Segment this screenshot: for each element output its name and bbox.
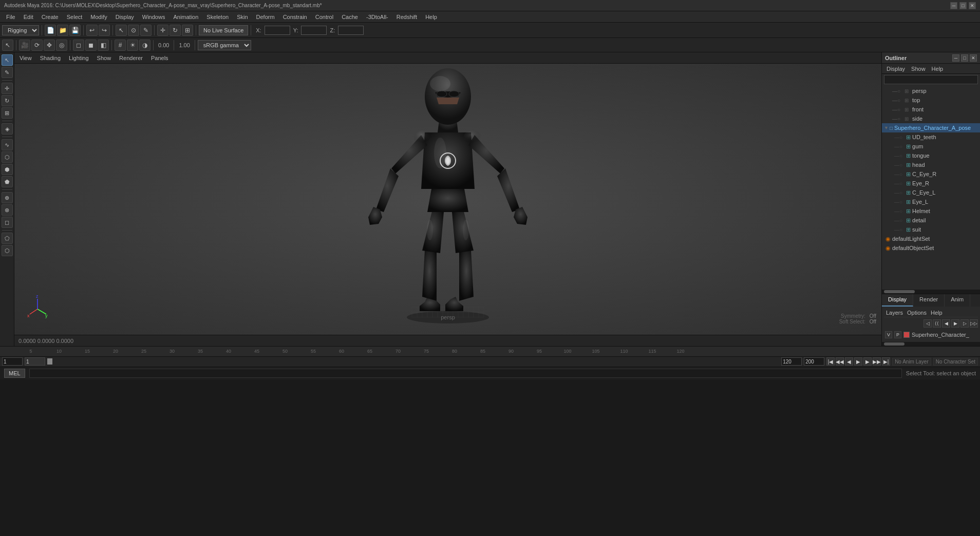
outliner-display-menu[interactable]: Display	[884, 65, 908, 73]
light-btn[interactable]: ☀	[127, 40, 138, 51]
layer-color-swatch[interactable]	[903, 332, 910, 338]
tree-item-detail[interactable]: —○ ⊞ detail	[882, 216, 980, 225]
menu-3dtoall[interactable]: -3DtoAll-	[362, 13, 392, 21]
tree-item-default-object-set[interactable]: ◉ defaultObjectSet	[882, 243, 980, 253]
menu-constrain[interactable]: Constrain	[279, 13, 311, 21]
paint-select-btn[interactable]: ✎	[2, 67, 13, 78]
vp-menu-show[interactable]: Show	[94, 54, 115, 62]
menu-redshift[interactable]: Redshift	[392, 13, 421, 21]
layers-tool-1[interactable]: ◁	[924, 319, 932, 328]
tree-item-c-eye-l[interactable]: —○ ⊞ C_Eye_L	[882, 188, 980, 197]
undo-btn[interactable]: ↩	[86, 25, 98, 36]
menu-file[interactable]: File	[2, 13, 20, 21]
ik-btn[interactable]: ⊗	[2, 204, 13, 216]
vp-menu-renderer[interactable]: Renderer	[116, 54, 146, 62]
tree-item-side[interactable]: —○ ⊞ side	[882, 114, 980, 123]
menu-display[interactable]: Display	[111, 13, 138, 21]
move-left-btn[interactable]: ✛	[2, 83, 13, 94]
next-key-btn[interactable]: ▶▶	[873, 357, 881, 366]
deform-btn[interactable]: ⬠	[2, 233, 13, 244]
layers-tool-2[interactable]: ⟨⟨	[933, 319, 941, 328]
outliner-search-input[interactable]	[884, 75, 978, 84]
sculpt-btn[interactable]: ⬟	[2, 176, 13, 187]
menu-create[interactable]: Create	[37, 13, 63, 21]
vp-menu-view[interactable]: View	[16, 54, 35, 62]
select-tool-btn[interactable]: ↖	[2, 40, 13, 51]
tree-item-eye-l[interactable]: —○ ⊞ Eye_L	[882, 197, 980, 206]
tree-item-suit[interactable]: —○ ⊞ suit	[882, 225, 980, 234]
current-frame-input[interactable]	[25, 357, 45, 366]
outliner-close-btn[interactable]: ✕	[970, 54, 977, 62]
tab-render[interactable]: Render	[913, 294, 945, 307]
layers-tool-5[interactable]: ▷	[960, 319, 969, 328]
menu-windows[interactable]: Windows	[138, 13, 169, 21]
tree-item-persp[interactable]: —○ ⊞ persp	[882, 86, 980, 95]
range-end-input[interactable]	[804, 357, 824, 366]
viewport-canvas[interactable]: x y z persp Symmetry: Off Soft Select: O…	[14, 64, 881, 335]
menu-control[interactable]: Control	[311, 13, 337, 21]
wire-btn[interactable]: ◻	[73, 40, 84, 51]
layers-tool-3[interactable]: ◀	[942, 319, 950, 328]
scale-left-btn[interactable]: ⊞	[2, 107, 13, 119]
new-scene-btn[interactable]: 📄	[45, 25, 56, 36]
jump-start-btn[interactable]: |◀	[826, 357, 835, 366]
move-btn[interactable]: ✛	[157, 25, 168, 36]
lasso-btn[interactable]: ⊙	[128, 25, 139, 36]
poly-btn[interactable]: ⬢	[2, 164, 13, 175]
select-btn[interactable]: ↖	[116, 25, 127, 36]
timeline-ruler[interactable]: 5 10 15 20 25 30 35 40 45 50 55 60 65 70…	[0, 347, 980, 357]
dolly-btn[interactable]: ◎	[56, 40, 67, 51]
tree-item-superhero-group[interactable]: ▼ □ Superhero_Character_A_pose	[882, 123, 980, 132]
tree-item-top[interactable]: —○ ⊞ top	[882, 95, 980, 105]
tree-item-head[interactable]: —○ ⊞ head	[882, 160, 980, 169]
open-scene-btn[interactable]: 📁	[57, 25, 68, 36]
redo-btn[interactable]: ↪	[99, 25, 110, 36]
mode-dropdown[interactable]: Rigging	[2, 25, 39, 35]
show-manip-btn[interactable]: ◈	[2, 123, 13, 135]
restore-button[interactable]: □	[959, 2, 967, 9]
close-button[interactable]: ✕	[969, 2, 976, 9]
play-btn[interactable]: ▶	[854, 357, 862, 366]
tree-item-eye-r[interactable]: —○ ⊞ Eye_R	[882, 179, 980, 188]
outliner-minimize-btn[interactable]: ─	[952, 54, 959, 62]
start-frame-input[interactable]	[2, 357, 23, 366]
menu-edit[interactable]: Edit	[20, 13, 37, 21]
tree-item-gum[interactable]: —○ ⊞ gum	[882, 142, 980, 151]
joint-btn[interactable]: ⊕	[2, 192, 13, 203]
menu-animation[interactable]: Animation	[169, 13, 202, 21]
prev-frame-btn[interactable]: ◀	[845, 357, 853, 366]
tab-display[interactable]: Display	[882, 294, 913, 307]
skin-btn[interactable]: ◻	[2, 217, 13, 228]
menu-modify[interactable]: Modify	[86, 13, 111, 21]
tumble-btn[interactable]: ⟳	[31, 40, 43, 51]
z-input[interactable]	[338, 26, 364, 35]
tree-item-ud-teeth[interactable]: —○ ⊞ UD_teeth	[882, 132, 980, 142]
menu-select[interactable]: Select	[63, 13, 87, 21]
layers-layers-item[interactable]: Layers	[886, 310, 903, 316]
outliner-help-menu[interactable]: Help	[929, 65, 946, 73]
layers-tool-6[interactable]: ▷▷	[970, 319, 978, 328]
both-btn[interactable]: ◧	[98, 40, 109, 51]
scale-btn[interactable]: ⊞	[182, 25, 193, 36]
layer-v-button[interactable]: V	[885, 331, 892, 338]
layers-options-item[interactable]: Options	[907, 310, 927, 316]
tree-item-default-light-set[interactable]: ◉ defaultLightSet	[882, 234, 980, 243]
vp-menu-lighting[interactable]: Lighting	[66, 54, 92, 62]
minimize-button[interactable]: ─	[950, 2, 957, 9]
menu-help[interactable]: Help	[421, 13, 441, 21]
vp-menu-panels[interactable]: Panels	[148, 54, 172, 62]
outliner-maximize-btn[interactable]: □	[961, 54, 968, 62]
tree-item-tongue[interactable]: —○ ⊞ tongue	[882, 151, 980, 160]
y-input[interactable]	[301, 26, 327, 35]
prev-key-btn[interactable]: ◀◀	[836, 357, 844, 366]
curve-btn[interactable]: ∿	[2, 139, 13, 150]
field-btn[interactable]: ⬡	[2, 245, 13, 256]
x-input[interactable]	[265, 26, 290, 35]
select-left-btn[interactable]: ↖	[2, 54, 13, 66]
outliner-show-menu[interactable]: Show	[909, 65, 928, 73]
menu-skeleton[interactable]: Skeleton	[202, 13, 233, 21]
gamma-dropdown[interactable]: sRGB gamma	[198, 40, 251, 50]
shadow-btn[interactable]: ◑	[139, 40, 150, 51]
menu-cache[interactable]: Cache	[337, 13, 362, 21]
menu-deform[interactable]: Deform	[252, 13, 279, 21]
